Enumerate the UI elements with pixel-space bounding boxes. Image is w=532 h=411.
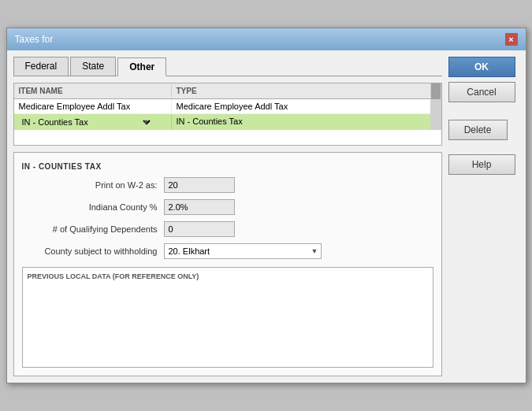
- form-section: IN - COUNTIES TAX Print on W-2 as: India…: [13, 152, 442, 376]
- dialog-title: Taxes for: [15, 34, 54, 45]
- prev-data-label: PREVIOUS LOCAL DATA (FOR REFERENCE ONLY): [28, 272, 428, 280]
- row-item-dropdown[interactable]: IN - Counties Tax: [19, 117, 153, 128]
- right-panel: OK Cancel Delete Help: [448, 57, 519, 376]
- form-row-w2: Print on W-2 as:: [22, 177, 433, 193]
- form-row-county: County subject to withholding 20. Elkhar…: [22, 243, 433, 259]
- form-row-indiana: Indiana County %: [22, 199, 433, 215]
- input-qualifying-dependents[interactable]: [164, 221, 235, 237]
- help-button[interactable]: Help: [448, 154, 515, 175]
- row-item-1: IN - Counties Tax ▼: [14, 114, 172, 130]
- row-type-0: Medicare Employee Addl Tax: [172, 99, 430, 113]
- dialog-body: Federal State Other ITEM NAME TYPE Medic…: [7, 50, 526, 383]
- tab-state[interactable]: State: [70, 57, 116, 76]
- ok-button[interactable]: OK: [448, 57, 515, 77]
- col-header-item: ITEM NAME: [14, 85, 172, 97]
- col-header-type: TYPE: [172, 85, 430, 97]
- left-panel: Federal State Other ITEM NAME TYPE Medic…: [13, 57, 442, 376]
- tab-federal[interactable]: Federal: [13, 57, 69, 76]
- prev-data-box: [28, 283, 428, 362]
- input-indiana-county[interactable]: [164, 199, 235, 215]
- table-row-selected[interactable]: IN - Counties Tax ▼ IN - Counties Tax: [14, 114, 430, 130]
- label-indiana-county: Indiana County %: [22, 202, 164, 212]
- form-row-dependents: # of Qualifying Dependents: [22, 221, 433, 237]
- county-select-wrapper: 20. Elkhart ▼: [164, 243, 322, 259]
- close-button[interactable]: ×: [505, 33, 518, 46]
- delete-button[interactable]: Delete: [448, 120, 508, 140]
- table-row[interactable]: Medicare Employee Addl Tax Medicare Empl…: [14, 99, 430, 114]
- tab-other[interactable]: Other: [117, 57, 166, 76]
- label-qualifying-dependents: # of Qualifying Dependents: [22, 224, 164, 234]
- tax-table: ITEM NAME TYPE Medicare Employee Addl Ta…: [13, 83, 442, 146]
- title-bar: Taxes for ×: [7, 28, 526, 50]
- section-title: IN - COUNTIES TAX: [22, 162, 433, 171]
- prev-data-section: PREVIOUS LOCAL DATA (FOR REFERENCE ONLY): [22, 267, 433, 368]
- cancel-button[interactable]: Cancel: [448, 82, 515, 102]
- label-county-withholding: County subject to withholding: [22, 246, 164, 256]
- row-item-0: Medicare Employee Addl Tax: [14, 99, 172, 113]
- table-header: ITEM NAME TYPE: [14, 83, 430, 99]
- table-scrollbar[interactable]: [430, 83, 441, 130]
- label-print-w2: Print on W-2 as:: [22, 180, 164, 190]
- dialog-container: Taxes for × Federal State Other ITEM NAM…: [6, 28, 526, 383]
- input-print-w2[interactable]: [164, 177, 235, 193]
- tab-bar: Federal State Other: [13, 57, 442, 76]
- row-type-1: IN - Counties Tax: [172, 114, 430, 130]
- scroll-thumb: [431, 83, 441, 99]
- select-county-withholding[interactable]: 20. Elkhart: [164, 243, 322, 259]
